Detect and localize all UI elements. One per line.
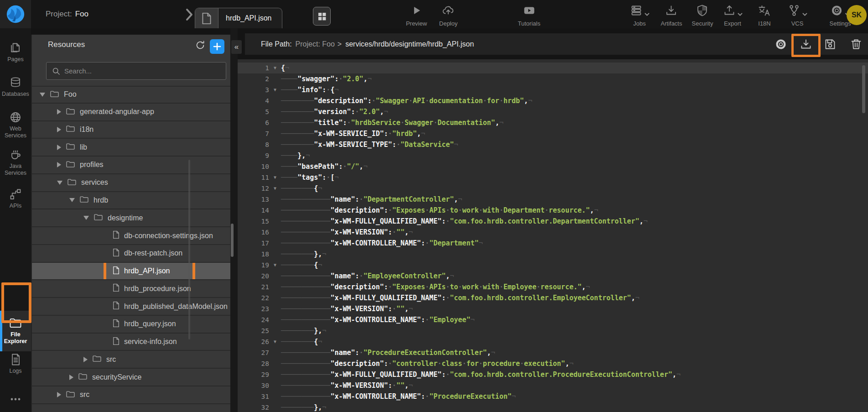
header-action-deploy[interactable]: Deploy [439, 5, 457, 27]
chevron-right-icon[interactable] [69, 375, 73, 380]
tree-item-label: hrdb_procedure.json [124, 285, 191, 293]
tree-item-designtime[interactable]: designtime [32, 209, 230, 227]
chevron-down-icon[interactable] [83, 216, 89, 220]
sidebar-item-label: Pages [0, 56, 31, 63]
gear-button[interactable] [774, 37, 788, 51]
wavemaker-logo-icon [5, 4, 26, 25]
tree-item-db-connection-settings-json[interactable]: db-connection-settings.json [32, 227, 230, 245]
tree-scrollbar-thumb[interactable] [188, 160, 190, 339]
header-action-label: VCS [787, 20, 807, 27]
tree-item-db-rest-patch-json[interactable]: db-rest-patch.json [32, 245, 230, 263]
fold-arrow-icon[interactable]: ▼ [269, 260, 281, 271]
tree-item-hrdb[interactable]: hrdb [32, 192, 230, 210]
trash-button[interactable] [849, 37, 863, 51]
sidebar-item-databases[interactable]: Databases [0, 76, 31, 98]
sidebar-item-logs[interactable]: Logs [0, 353, 31, 375]
tree-item-hrdb-query-json[interactable]: hrdb_query.json [32, 316, 230, 334]
header-action-preview[interactable]: Preview [406, 5, 427, 27]
file-icon [113, 301, 124, 312]
header-action-jobs[interactable]: Jobs [629, 5, 650, 27]
header-action-export[interactable]: Export [722, 5, 743, 27]
sidebar-item-file-explorer[interactable]: File Explorer [0, 311, 31, 351]
code-line-14: 14────────────"description":·"Exposes·AP… [238, 205, 868, 216]
chevron-down-icon[interactable] [69, 198, 75, 202]
line-number: 12 [238, 183, 269, 194]
save-button[interactable] [823, 37, 837, 51]
tree-item-hrdb-published-datamodel-json[interactable]: hrdb_published_dataModel.json [32, 298, 230, 316]
sidebar-item-java-services[interactable]: Java Services [0, 148, 31, 177]
tree-item-generated-angular-app[interactable]: generated-angular-app [32, 104, 230, 121]
file-path-label: File Path: [261, 40, 292, 48]
tree-item-src[interactable]: src [32, 386, 230, 404]
chevron-right-icon[interactable] [57, 162, 61, 167]
tree-item-label: Foo [64, 90, 77, 99]
refresh-button[interactable] [195, 40, 206, 52]
chevron-down-icon[interactable] [40, 93, 45, 97]
line-number: 17 [238, 238, 269, 249]
tree-item-label: generated-angular-app [80, 108, 154, 116]
sidebar-item-pages[interactable]: Pages [0, 41, 31, 63]
sidebar-item-web-services[interactable]: Web Services [0, 110, 31, 139]
fold-arrow-icon[interactable]: ▼ [269, 336, 281, 347]
chevron-right-icon[interactable] [57, 127, 61, 132]
header-action-artifacts[interactable]: Artifacts [661, 5, 682, 27]
chevron-down-icon[interactable] [57, 181, 62, 185]
code-line-31: 31────────────"x-WM-CONTROLLER_NAME":·"P… [238, 391, 868, 402]
line-number: 22 [238, 292, 269, 303]
collapse-panel-button[interactable]: « [231, 40, 242, 54]
project-label-text: Project: [46, 10, 72, 19]
tree-item-service-info-json[interactable]: service-info.json [32, 334, 230, 351]
panel-resize-handle[interactable] [231, 224, 234, 257]
tree-item-label: service-info.json [124, 338, 177, 346]
coffee-icon [0, 148, 31, 162]
header-action-label: Artifacts [661, 20, 682, 27]
editor-scrollbar-thumb[interactable] [862, 65, 865, 113]
header-action-security[interactable]: Security [692, 5, 713, 27]
line-number: 8 [238, 139, 269, 150]
header-action-label: Jobs [629, 20, 650, 27]
resources-title: Resources [48, 40, 85, 49]
header-action-vcs[interactable]: VCS [787, 5, 807, 27]
tree-item-foo[interactable]: Foo [32, 86, 230, 104]
tree-item-src[interactable]: src [32, 351, 230, 369]
tree-item-services[interactable]: services [32, 174, 230, 192]
tree-item-securityservice[interactable]: securityService [32, 369, 230, 386]
chevron-right-icon[interactable] [83, 357, 88, 362]
code-editor[interactable]: 1▼{¬2────"swagger":·"2.0",¬3▼────"info":… [238, 59, 868, 412]
chevron-right-icon[interactable] [57, 392, 61, 397]
line-number: 24 [238, 314, 269, 325]
header-action-label: Tutorials [518, 20, 540, 27]
fold-arrow-icon[interactable]: ▼ [269, 63, 281, 73]
trash-icon [849, 45, 863, 52]
tree-item-profiles[interactable]: profiles [32, 156, 230, 174]
sidebar-item-more[interactable] [0, 392, 31, 407]
line-number: 27 [238, 347, 269, 358]
chevron-right-icon[interactable] [57, 109, 61, 115]
tree-item-i18n[interactable]: i18n [32, 121, 230, 139]
tree-item-hrdb-api-json[interactable]: hrdb_API.json [32, 263, 230, 281]
header-action-tutorials[interactable]: Tutorials [518, 5, 540, 27]
fold-arrow-icon[interactable]: ▼ [269, 172, 281, 183]
left-nav-sidebar: PagesDatabasesWeb ServicesJava ServicesA… [0, 28, 31, 412]
search-input[interactable] [64, 67, 220, 75]
fold-arrow-icon[interactable]: ▼ [269, 84, 281, 95]
grid-view-button[interactable] [313, 7, 331, 26]
line-number: 20 [238, 271, 269, 282]
search-icon [52, 67, 60, 75]
top-header-bar: Project: Foo hrdb_API.json PreviewDeploy… [0, 0, 868, 28]
fold-arrow-icon[interactable]: ▼ [269, 183, 281, 194]
user-avatar[interactable]: SK [847, 5, 867, 25]
tree-item-label: securityService [92, 373, 141, 381]
resources-search-box[interactable] [46, 62, 226, 80]
tree-item-hrdb-procedure-json[interactable]: hrdb_procedure.json [32, 280, 230, 298]
tree-item-lib[interactable]: lib [32, 139, 230, 156]
add-resource-button[interactable] [210, 39, 224, 54]
open-file-tab[interactable]: hrdb_API.json [195, 8, 282, 28]
code-line-25: 25────────},¬ [238, 325, 868, 336]
download-button[interactable] [799, 37, 813, 51]
header-action-i18n[interactable]: I18N [758, 5, 771, 27]
chevron-right-icon[interactable] [57, 145, 61, 150]
app-logo[interactable] [0, 0, 31, 28]
sidebar-item-apis[interactable]: APIs [0, 188, 31, 209]
line-number: 30 [238, 380, 269, 391]
